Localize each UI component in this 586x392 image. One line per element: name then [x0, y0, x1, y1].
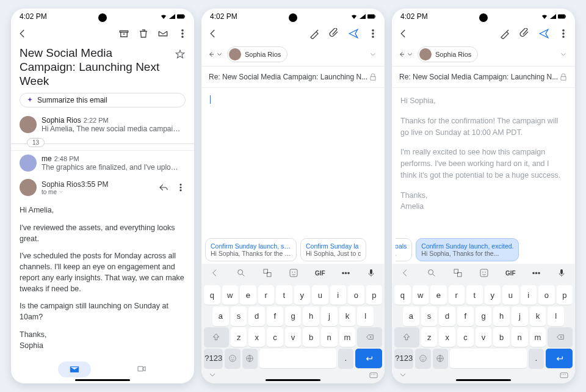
thread-item[interactable]: me2:48 PM The graphics are finalized, an… — [11, 150, 194, 175]
key-f[interactable]: f — [457, 307, 474, 326]
help-me-write-button[interactable] — [309, 28, 320, 39]
translate-icon[interactable] — [453, 268, 463, 278]
back-button[interactable] — [17, 28, 28, 39]
key-s[interactable]: s — [421, 307, 438, 326]
recipient-line[interactable]: to me — [42, 189, 57, 195]
mic-icon[interactable] — [366, 268, 376, 278]
key-k[interactable]: k — [530, 307, 546, 326]
symbols-key[interactable]: ?123 — [204, 349, 223, 368]
key-t[interactable]: t — [276, 285, 292, 305]
key-s[interactable]: s — [231, 307, 247, 326]
chevron-left-icon[interactable] — [210, 268, 220, 278]
key-l[interactable]: l — [357, 307, 374, 326]
enter-key[interactable] — [546, 349, 573, 368]
back-button[interactable] — [398, 28, 409, 39]
key-v[interactable]: v — [285, 327, 302, 347]
key-w[interactable]: w — [222, 285, 239, 305]
key-m[interactable]: m — [339, 327, 356, 347]
back-button[interactable] — [208, 28, 219, 39]
globe-key[interactable] — [433, 349, 448, 368]
enter-key[interactable] — [355, 349, 382, 368]
expand-recipients-icon[interactable] — [559, 50, 568, 59]
space-key[interactable] — [450, 349, 527, 368]
emoji-key[interactable] — [415, 349, 430, 368]
smart-reply-suggestion[interactable]: Confirm Sunday launch, sugge... Hi Sophi… — [205, 238, 297, 261]
thread-item[interactable]: Sophia Rios2:22 PM Hi Amelia, The new so… — [11, 112, 194, 137]
key-v[interactable]: v — [476, 327, 492, 347]
more-button[interactable] — [558, 28, 569, 39]
period-key[interactable]: . — [338, 349, 353, 368]
message-more-button[interactable] — [176, 183, 186, 192]
keyboard-icon[interactable] — [369, 370, 378, 380]
search-icon[interactable] — [236, 268, 246, 278]
collapsed-threads[interactable]: 13 — [11, 137, 194, 150]
reply-type-button[interactable] — [399, 49, 414, 60]
key-g[interactable]: g — [476, 307, 492, 326]
key-b[interactable]: b — [303, 327, 319, 347]
key-z[interactable]: z — [421, 327, 438, 347]
archive-button[interactable] — [118, 28, 129, 39]
key-u[interactable]: u — [502, 285, 519, 305]
meet-tab[interactable] — [136, 363, 147, 376]
gif-button[interactable]: GIF — [315, 270, 325, 277]
mail-tab[interactable] — [58, 361, 91, 377]
help-me-write-button[interactable] — [499, 28, 510, 39]
key-c[interactable]: c — [267, 327, 283, 347]
period-key[interactable]: . — [529, 349, 544, 368]
chevron-left-icon[interactable] — [400, 268, 410, 278]
smart-reply-suggestion-active[interactable]: Confirm Sunday launch, excited. Hi Sophi… — [416, 238, 519, 261]
key-q[interactable]: q — [204, 285, 220, 305]
key-l[interactable]: l — [548, 307, 564, 326]
attach-button[interactable] — [519, 28, 530, 39]
star-button[interactable] — [175, 49, 186, 60]
sticker-icon[interactable] — [289, 268, 298, 278]
key-u[interactable]: u — [312, 285, 328, 305]
key-e[interactable]: e — [240, 285, 256, 305]
smart-reply-suggestion[interactable]: Confirm Sunday la Hi Sophia, Just to c — [300, 238, 366, 261]
key-o[interactable]: o — [538, 285, 555, 305]
key-h[interactable]: h — [493, 307, 510, 326]
recipients-row[interactable]: Sophia Rios — [201, 43, 385, 67]
compose-subject[interactable]: Re: New Social Media Campaign: Launching… — [201, 67, 385, 88]
chevron-down-icon[interactable] — [398, 370, 408, 380]
key-a[interactable]: a — [403, 307, 419, 326]
chevron-down-icon[interactable] — [208, 370, 217, 380]
key-x[interactable]: x — [439, 327, 455, 347]
home-indicator[interactable] — [456, 379, 511, 381]
key-r[interactable]: r — [449, 285, 465, 305]
sticker-icon[interactable] — [479, 268, 489, 278]
key-x[interactable]: x — [248, 327, 265, 347]
send-button[interactable] — [348, 28, 359, 39]
key-a[interactable]: a — [212, 307, 229, 326]
smart-reply-suggestion[interactable]: y launch, ask goals o confirm, the... — [396, 238, 412, 261]
kb-more-button[interactable]: ••• — [532, 269, 541, 278]
mic-icon[interactable] — [557, 268, 566, 278]
translate-icon[interactable] — [262, 268, 272, 278]
space-key[interactable] — [259, 349, 336, 368]
key-p[interactable]: p — [557, 285, 573, 305]
key-p[interactable]: p — [366, 285, 383, 305]
key-w[interactable]: w — [413, 285, 429, 305]
key-g[interactable]: g — [285, 307, 302, 326]
keyboard-icon[interactable] — [559, 370, 569, 380]
recipients-row[interactable]: Sophia Rios — [392, 43, 575, 67]
key-r[interactable]: r — [258, 285, 275, 305]
key-n[interactable]: n — [321, 327, 338, 347]
key-y[interactable]: y — [485, 285, 501, 305]
globe-key[interactable] — [242, 349, 258, 368]
key-b[interactable]: b — [493, 327, 510, 347]
backspace-key[interactable] — [548, 327, 573, 347]
send-button[interactable] — [538, 28, 549, 39]
more-button[interactable] — [177, 28, 188, 39]
key-q[interactable]: q — [394, 285, 411, 305]
key-c[interactable]: c — [457, 327, 474, 347]
delete-button[interactable] — [138, 28, 149, 39]
emoji-key[interactable] — [225, 349, 240, 368]
key-y[interactable]: y — [294, 285, 311, 305]
recipient-chip[interactable]: Sophia Rios — [418, 46, 478, 62]
home-indicator[interactable] — [75, 379, 130, 381]
key-j[interactable]: j — [512, 307, 528, 326]
chevron-down-icon[interactable] — [58, 189, 64, 195]
key-n[interactable]: n — [512, 327, 528, 347]
key-f[interactable]: f — [267, 307, 283, 326]
